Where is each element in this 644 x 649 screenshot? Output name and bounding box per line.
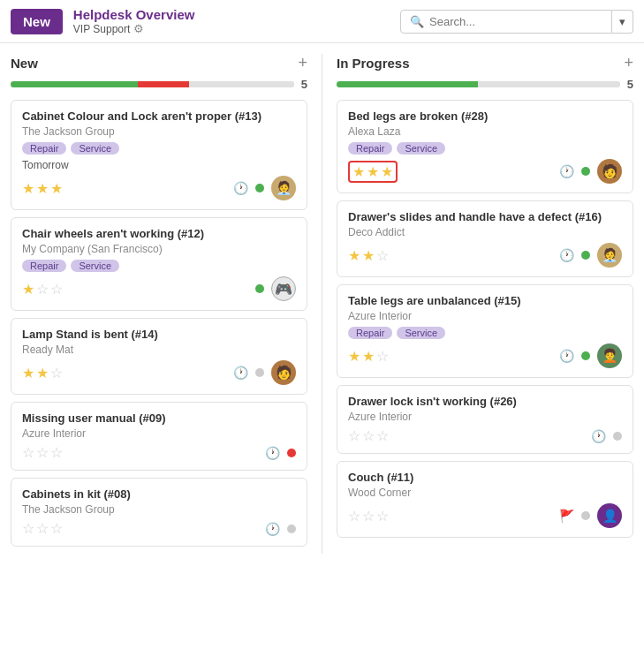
progress-segment-gray <box>189 81 294 87</box>
card-company: Azure Interior <box>348 310 622 322</box>
footer-right: 🕐 <box>591 429 622 443</box>
header-title-area: Helpdesk Overview VIP Support ⚙ <box>73 7 195 35</box>
card-tags: RepairService <box>22 260 296 272</box>
card-title[interactable]: Lamp Stand is bent (#14) <box>22 328 296 341</box>
card-company: Deco Addict <box>348 226 622 238</box>
flag-icon: 🚩 <box>559 509 574 523</box>
avatar: 🎮 <box>271 276 296 301</box>
card-company: My Company (San Francisco) <box>22 243 296 255</box>
footer-right: 🕐 <box>265 522 296 536</box>
card-title[interactable]: Bed legs are broken (#28) <box>348 109 622 123</box>
avatar: 🧑 <box>271 360 296 385</box>
progress-bar <box>337 81 620 87</box>
status-dot-gray <box>581 511 590 520</box>
card-tags: RepairService <box>348 327 622 339</box>
tag: Repair <box>348 142 392 155</box>
search-area: 🔍 ▾ <box>400 10 633 34</box>
column-divider <box>322 54 322 554</box>
star-empty: ☆ <box>36 281 49 298</box>
card-company: The Jackson Group <box>22 503 296 516</box>
column-count: 5 <box>627 78 633 91</box>
star-filled: ★ <box>381 163 393 180</box>
progress-segment-red <box>138 81 189 87</box>
card-footer: ☆☆☆🚩👤 <box>348 503 622 528</box>
tag: Service <box>71 260 119 272</box>
star-filled: ★ <box>362 247 375 264</box>
gear-icon[interactable]: ⚙ <box>133 22 144 35</box>
card-company: Alexa Laza <box>348 125 622 138</box>
column-new: New + 5Cabinet Colour and Lock aren't pr… <box>11 54 307 554</box>
clock-icon: 🕐 <box>265 446 280 460</box>
clock-icon: 🕐 <box>265 522 280 536</box>
clock-icon: 🕐 <box>559 349 574 363</box>
stars-highlighted: ★★★ <box>348 161 398 183</box>
stars: ☆☆☆ <box>348 508 389 524</box>
card-title[interactable]: Table legs are unbalanced (#15) <box>348 294 622 307</box>
star-empty: ☆ <box>376 247 389 264</box>
card-title[interactable]: Drawer's slides and handle have a defect… <box>348 210 622 223</box>
star-filled: ★ <box>22 281 34 298</box>
search-input[interactable] <box>429 15 602 28</box>
card-company: Wood Corner <box>348 487 622 499</box>
card-company: Azure Interior <box>348 411 622 423</box>
status-dot-red <box>287 449 296 457</box>
avatar: 🧑‍💼 <box>271 176 296 200</box>
card-title[interactable]: Cabinets in kit (#08) <box>22 487 296 501</box>
search-dropdown-button[interactable]: ▾ <box>612 10 633 34</box>
stars: ☆☆☆ <box>22 444 63 461</box>
kanban-card: Drawer's slides and handle have a defect… <box>337 200 633 277</box>
star-filled: ★ <box>36 365 49 381</box>
card-footer: ★★★🕐🧑‍💼 <box>22 176 296 200</box>
card-footer: ☆☆☆🕐 <box>22 520 296 537</box>
tag: Repair <box>348 327 392 339</box>
star-empty: ☆ <box>22 520 34 537</box>
star-empty: ☆ <box>376 427 389 444</box>
clock-icon: 🕐 <box>233 366 248 380</box>
kanban-card: Lamp Stand is bent (#14)Ready Mat★★☆🕐🧑 <box>11 318 307 395</box>
star-filled: ★ <box>22 180 34 197</box>
card-title[interactable]: Missing user manual (#09) <box>22 411 296 425</box>
star-filled: ★ <box>50 180 63 197</box>
footer-right: 🕐🧑‍💼 <box>233 176 296 200</box>
column-add-button[interactable]: + <box>624 54 633 72</box>
tag: Service <box>397 142 445 155</box>
card-footer: ★☆☆🎮 <box>22 276 296 301</box>
status-dot-gray <box>613 432 622 441</box>
clock-icon: 🕐 <box>233 181 248 195</box>
footer-right: 🎮 <box>255 276 296 301</box>
star-empty: ☆ <box>362 508 375 524</box>
star-empty: ☆ <box>50 281 63 298</box>
status-dot-green <box>581 351 590 360</box>
star-filled: ★ <box>362 348 375 365</box>
stars: ★★★ <box>22 180 63 197</box>
stars: ☆☆☆ <box>348 427 389 444</box>
clock-icon: 🕐 <box>559 164 574 178</box>
stars: ★☆☆ <box>22 281 63 298</box>
card-title[interactable]: Chair wheels aren't working (#12) <box>22 227 296 240</box>
footer-right: 🕐 <box>265 446 296 460</box>
status-dot-gray <box>287 524 296 533</box>
star-empty: ☆ <box>376 508 389 524</box>
status-dot-gray <box>255 368 264 377</box>
card-title[interactable]: Drawer lock isn't working (#26) <box>348 395 622 408</box>
column-header: New + <box>11 54 307 72</box>
star-filled: ★ <box>22 365 34 381</box>
tag: Service <box>397 327 445 339</box>
card-title[interactable]: Cabinet Colour and Lock aren't proper (#… <box>22 109 296 123</box>
avatar: 👤 <box>597 503 622 528</box>
star-empty: ☆ <box>36 444 49 461</box>
kanban-board: New + 5Cabinet Colour and Lock aren't pr… <box>0 43 644 564</box>
kanban-card: Cabinets in kit (#08)The Jackson Group☆☆… <box>11 478 307 547</box>
card-title[interactable]: Couch (#11) <box>348 471 622 484</box>
star-filled: ★ <box>348 247 360 264</box>
avatar: 🧑‍💼 <box>597 243 622 268</box>
new-button[interactable]: New <box>11 9 63 34</box>
card-footer: ☆☆☆🕐 <box>348 427 622 444</box>
kanban-card: Table legs are unbalanced (#15)Azure Int… <box>337 284 633 378</box>
tag: Service <box>71 142 119 155</box>
app-root: New Helpdesk Overview VIP Support ⚙ 🔍 ▾ … <box>0 0 644 564</box>
column-add-button[interactable]: + <box>298 54 307 72</box>
star-empty: ☆ <box>50 520 63 537</box>
search-icon: 🔍 <box>410 15 424 28</box>
progress-bar <box>11 81 294 87</box>
